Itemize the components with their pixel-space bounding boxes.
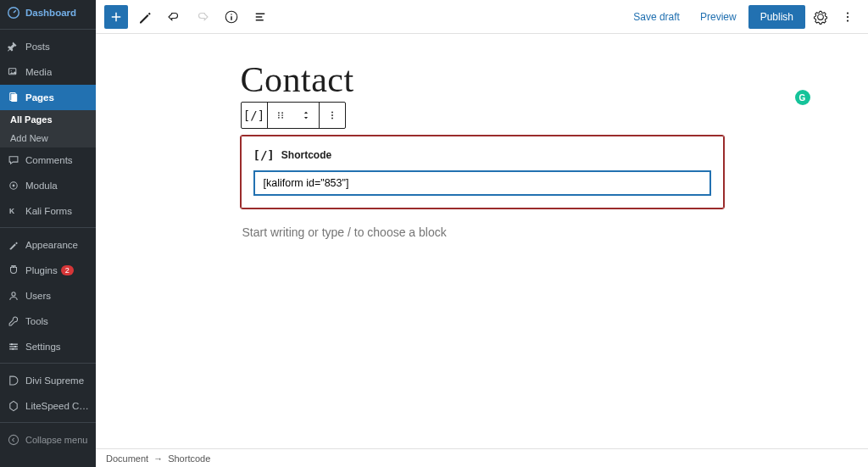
modula-icon <box>7 179 20 192</box>
block-options-button[interactable] <box>320 103 345 128</box>
kali-icon: K <box>7 204 20 218</box>
shortcode-input[interactable] <box>253 170 711 196</box>
block-type-button[interactable]: [/] <box>242 103 267 128</box>
svg-point-23 <box>847 15 849 17</box>
plugin-icon <box>7 264 20 277</box>
editor-main: Save draft Preview Publish G Contact [/] <box>96 0 868 467</box>
svg-rect-9 <box>9 344 18 345</box>
settings-toggle-button[interactable] <box>809 5 832 29</box>
crumb-document[interactable]: Document <box>106 453 148 464</box>
shortcode-label: Shortcode <box>281 149 331 161</box>
menu-litespeed[interactable]: LiteSpeed Cache <box>0 393 96 419</box>
svg-point-15 <box>8 435 18 444</box>
svg-point-29 <box>278 117 280 119</box>
menu-users[interactable]: Users <box>0 283 96 309</box>
user-icon <box>7 289 20 303</box>
menu-kaliforms[interactable]: K Kali Forms <box>0 198 96 224</box>
menu-divi[interactable]: Divi Supreme <box>0 368 96 393</box>
svg-point-13 <box>14 346 16 347</box>
menu-label: Appearance <box>25 240 78 250</box>
svg-text:K: K <box>9 207 14 215</box>
svg-point-8 <box>12 292 15 296</box>
menu-label: Plugins <box>25 265 58 275</box>
menu-plugins[interactable]: Plugins 2 <box>0 258 96 283</box>
edit-mode-button[interactable] <box>133 5 157 29</box>
lightspeed-icon <box>7 399 20 413</box>
svg-point-25 <box>278 112 280 114</box>
svg-point-2 <box>11 70 12 71</box>
crumb-arrow: → <box>153 453 163 464</box>
menu-label: Comments <box>25 155 73 165</box>
menu-label: Modula <box>25 181 58 191</box>
pin-icon <box>7 40 20 53</box>
redo-button[interactable] <box>191 5 214 29</box>
menu-label: Posts <box>25 42 50 52</box>
svg-rect-18 <box>231 16 232 20</box>
svg-point-31 <box>331 112 333 114</box>
outline-button[interactable] <box>248 5 272 29</box>
collapse-label: Collapse menu <box>25 435 87 445</box>
info-button[interactable] <box>220 5 243 29</box>
svg-point-32 <box>331 114 333 116</box>
menu-comments[interactable]: Comments <box>0 147 96 173</box>
preview-button[interactable]: Preview <box>692 6 745 28</box>
divi-icon <box>7 374 20 387</box>
menu-dashboard[interactable]: Dashboard <box>0 0 96 25</box>
settings-icon <box>7 340 20 353</box>
menu-pages[interactable]: Pages <box>0 85 96 110</box>
menu-appearance[interactable]: Appearance <box>0 232 96 258</box>
menu-label: Users <box>25 291 51 301</box>
svg-point-12 <box>11 343 13 345</box>
svg-point-26 <box>281 112 283 114</box>
admin-sidebar: Dashboard Posts Media Pages All Pages Ad… <box>0 0 96 467</box>
submenu-add-new[interactable]: Add New <box>0 129 96 147</box>
comment-icon <box>7 153 20 167</box>
more-options-button[interactable] <box>836 5 860 29</box>
menu-label: Kali Forms <box>25 206 72 216</box>
menu-label: Settings <box>25 342 61 352</box>
menu-posts[interactable]: Posts <box>0 34 96 59</box>
svg-point-14 <box>12 348 14 350</box>
media-icon <box>7 65 20 79</box>
add-block-button[interactable] <box>104 5 128 29</box>
drag-handle[interactable] <box>268 103 293 128</box>
svg-point-22 <box>847 12 849 14</box>
menu-media[interactable]: Media <box>0 59 96 85</box>
pages-submenu: All Pages Add New <box>0 110 96 147</box>
menu-label: Pages <box>25 92 54 103</box>
editor-canvas: G Contact [/] [/] Shortcode <box>96 34 868 448</box>
shortcode-icon: [/] <box>253 148 275 162</box>
svg-point-28 <box>281 114 283 116</box>
grammarly-icon[interactable]: G <box>795 90 810 105</box>
publish-button[interactable]: Publish <box>748 5 805 29</box>
page-title[interactable]: Contact <box>241 59 724 100</box>
collapse-icon <box>7 433 20 447</box>
svg-point-24 <box>847 19 849 21</box>
svg-point-30 <box>281 117 283 119</box>
svg-point-6 <box>13 185 15 187</box>
menu-tools[interactable]: Tools <box>0 309 96 334</box>
collapse-menu[interactable]: Collapse menu <box>0 427 96 453</box>
plugin-update-badge: 2 <box>61 265 74 275</box>
svg-rect-4 <box>11 94 17 102</box>
undo-button[interactable] <box>162 5 186 29</box>
svg-point-17 <box>231 14 232 15</box>
menu-label: Tools <box>25 316 48 326</box>
move-updown-button[interactable] <box>293 103 319 128</box>
menu-label: Divi Supreme <box>25 375 84 386</box>
page-icon <box>7 91 20 104</box>
breadcrumb: Document → Shortcode <box>96 448 868 467</box>
svg-rect-20 <box>256 16 263 18</box>
menu-modula[interactable]: Modula <box>0 173 96 198</box>
menu-settings[interactable]: Settings <box>0 334 96 359</box>
appearance-icon <box>7 238 20 252</box>
save-draft-button[interactable]: Save draft <box>625 6 688 28</box>
svg-rect-21 <box>256 19 264 21</box>
svg-point-27 <box>278 114 280 116</box>
submenu-all-pages[interactable]: All Pages <box>0 110 96 129</box>
svg-point-33 <box>331 118 333 120</box>
menu-label: Media <box>25 67 52 77</box>
crumb-block[interactable]: Shortcode <box>168 453 210 464</box>
block-appender[interactable]: Start writing or type / to choose a bloc… <box>241 214 724 251</box>
shortcode-block: [/] Shortcode <box>241 136 724 208</box>
